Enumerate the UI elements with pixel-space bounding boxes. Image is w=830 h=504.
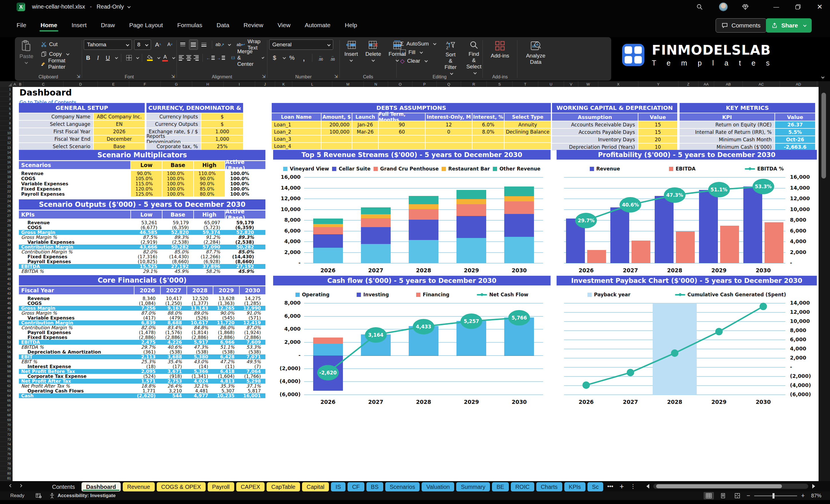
debts-cell[interactable]: Loan_1	[272, 121, 321, 128]
row-header-40[interactable]: 40	[0, 277, 12, 281]
row-header-42[interactable]: 42	[0, 286, 12, 291]
row-header-12[interactable]: 12	[0, 140, 12, 145]
row-header-77[interactable]: 77	[0, 456, 12, 461]
number-format-select[interactable]: General	[269, 39, 333, 50]
percent-style-button[interactable]: %	[287, 53, 297, 63]
menu-tab-home[interactable]: Home	[35, 19, 62, 33]
column-header-X[interactable]: X	[598, 81, 638, 87]
normal-view-button[interactable]	[704, 492, 714, 499]
row-header-61[interactable]: 61	[0, 379, 12, 384]
row-header-31[interactable]: 31	[0, 233, 12, 238]
debts-cell[interactable]: 60	[379, 128, 425, 135]
row-header-21[interactable]: 21	[0, 184, 12, 189]
align-left-button[interactable]	[179, 53, 184, 63]
row-header-43[interactable]: 43	[0, 291, 12, 296]
row-header-33[interactable]: 33	[0, 243, 12, 247]
decrease-indent-button[interactable]: ←	[206, 53, 215, 63]
autosum-button[interactable]: ΣAutoSum	[398, 39, 438, 48]
sheet-tab-valuation[interactable]: Valuation	[422, 482, 454, 492]
row-header-23[interactable]: 23	[0, 194, 12, 199]
bold-button[interactable]: B	[84, 53, 92, 63]
row-header-55[interactable]: 55	[0, 350, 12, 354]
general_setup-value[interactable]: 2026	[94, 128, 145, 135]
sheet-tab-roic[interactable]: ROIC	[511, 482, 534, 492]
currency-value[interactable]: $	[201, 113, 243, 120]
row-header-66[interactable]: 66	[0, 403, 12, 408]
align-center-button[interactable]	[186, 53, 192, 63]
column-header-E[interactable]: E	[98, 81, 129, 87]
column-header-I[interactable]: I	[224, 81, 255, 87]
column-header-S[interactable]: S	[487, 81, 513, 87]
row-header-16[interactable]: 16	[0, 160, 12, 165]
row-header-69[interactable]: 69	[0, 418, 12, 422]
increase-decimal-button[interactable]: ←.00	[315, 53, 326, 63]
menu-tab-insert[interactable]: Insert	[66, 19, 92, 33]
debts-cell[interactable]: Mar-26	[352, 128, 378, 135]
column-header-AC[interactable]: AC	[743, 81, 780, 87]
sheet-tab-is[interactable]: IS	[331, 482, 346, 492]
minimize-button[interactable]: —	[772, 2, 781, 11]
collapse-ribbon-icon[interactable]	[820, 75, 824, 80]
read-only-badge[interactable]: Read-Only	[97, 3, 124, 10]
row-header-44[interactable]: 44	[0, 296, 12, 301]
column-header-R[interactable]: R	[461, 81, 487, 87]
row-header-7[interactable]: 7	[0, 116, 12, 121]
row-header-32[interactable]: 32	[0, 238, 12, 243]
row-header-35[interactable]: 35	[0, 252, 12, 257]
align-middle-button[interactable]	[189, 39, 198, 50]
sheet-tab-revenue[interactable]: Revenue	[123, 482, 155, 492]
row-header-25[interactable]: 25	[0, 204, 12, 209]
debts-cell[interactable]	[425, 135, 472, 142]
page-break-view-button[interactable]	[732, 492, 742, 499]
menu-tab-file[interactable]: File	[11, 19, 31, 33]
sheet-tab-charts[interactable]: Charts	[536, 482, 562, 492]
debts-cell[interactable]: 90	[379, 121, 425, 128]
restore-button[interactable]	[793, 2, 802, 11]
debts-cell[interactable]	[379, 143, 425, 149]
row-header-62[interactable]: 62	[0, 384, 12, 388]
column-header-T[interactable]: T	[513, 81, 538, 87]
column-header-J[interactable]: J	[255, 81, 275, 87]
row-header-41[interactable]: 41	[0, 281, 12, 286]
debts-cell[interactable]: 200,000	[321, 121, 352, 128]
align-top-button[interactable]	[179, 39, 187, 50]
column-header-A[interactable]: A	[12, 81, 17, 87]
row-header-5[interactable]: 5	[0, 106, 12, 111]
scroll-right-arrow[interactable]	[812, 484, 815, 489]
column-header-AD[interactable]: AD	[780, 81, 817, 87]
shrink-font-button[interactable]: A˅	[165, 39, 175, 50]
row-header-72[interactable]: 72	[0, 432, 12, 437]
row-header-67[interactable]: 67	[0, 408, 12, 413]
sheet-tab-cf[interactable]: CF	[348, 482, 364, 492]
macro-record-button[interactable]	[36, 493, 41, 498]
new-sheet-button[interactable]: +	[619, 482, 624, 491]
scroll-left-arrow[interactable]	[646, 484, 649, 489]
insert-cells-button[interactable]: Insert	[342, 39, 361, 62]
debts-cell[interactable]: Declining Balance	[505, 128, 551, 135]
select-all-corner[interactable]	[0, 81, 12, 87]
column-header-G[interactable]: G	[161, 81, 192, 87]
row-header-26[interactable]: 26	[0, 209, 12, 213]
row-header-50[interactable]: 50	[0, 325, 12, 330]
key_metrics-value[interactable]: 5.5%	[775, 129, 815, 135]
delete-cells-button[interactable]: Delete	[363, 39, 384, 62]
row-header-54[interactable]: 54	[0, 345, 12, 350]
column-header-W[interactable]: W	[578, 81, 598, 87]
sheet-tab-scenarios[interactable]: Scenarios	[385, 482, 420, 492]
row-header-53[interactable]: 53	[0, 340, 12, 345]
zoom-level[interactable]: 87%	[811, 493, 822, 499]
row-header-24[interactable]: 24	[0, 199, 12, 204]
font-size-select[interactable]: 8	[134, 39, 151, 50]
column-header-F[interactable]: F	[129, 81, 161, 87]
row-header-73[interactable]: 73	[0, 437, 12, 442]
row-header-45[interactable]: 45	[0, 301, 12, 306]
orientation-button[interactable]: ab↗	[216, 39, 225, 50]
column-header-H[interactable]: H	[192, 81, 224, 87]
merge-center-button[interactable]: Merge & Center	[230, 53, 265, 63]
row-header-81[interactable]: 81	[0, 476, 12, 481]
sort-filter-button[interactable]: AZ Sort &Filter	[442, 39, 459, 77]
general_setup-value[interactable]: ABC Company Inc.	[94, 113, 145, 120]
column-header-N[interactable]: N	[364, 81, 388, 87]
debts-cell[interactable]: Loan_3	[272, 135, 321, 142]
row-header-80[interactable]: 80	[0, 471, 12, 476]
